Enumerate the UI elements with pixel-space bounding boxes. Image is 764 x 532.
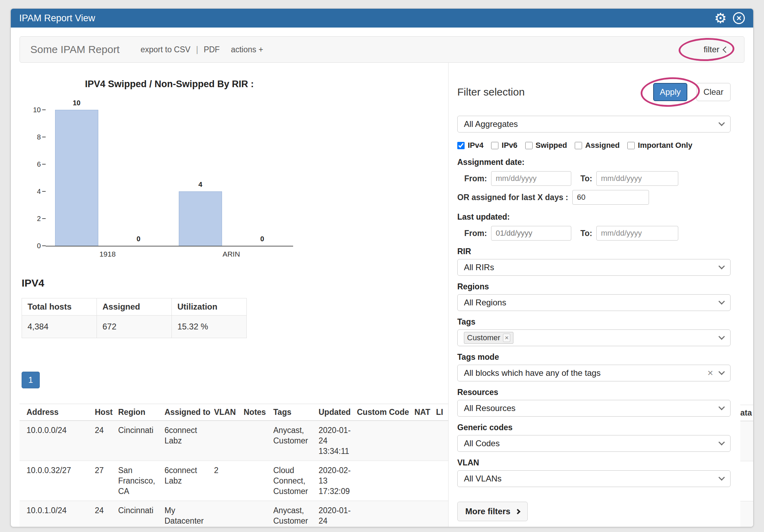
y-tick-label: 6 — [26, 160, 41, 168]
actions-menu[interactable]: actions + — [231, 45, 263, 54]
aggregates-select[interactable]: All Aggregates — [457, 116, 731, 132]
report-col-header[interactable]: Custom Code — [354, 404, 412, 421]
report-col-header[interactable]: Address — [20, 404, 92, 421]
table-row[interactable]: 10.0.0.32/2727San Francisco, CA6connect … — [20, 461, 471, 501]
window-titlebar: IPAM Report View ⚙ × — [11, 9, 753, 28]
vlan-group: VLAN All VLANs — [457, 458, 731, 487]
assigned-last-days-row: OR assigned for last X days : — [457, 190, 731, 205]
x-tick-label: ARIN — [207, 250, 256, 258]
rir-value: All RIRs — [464, 263, 494, 272]
checkbox-label: Assigned — [585, 141, 620, 150]
report-col-header[interactable]: Notes — [241, 404, 270, 421]
report-col-header[interactable]: Assigned to — [162, 404, 211, 421]
last-updated-to-input[interactable] — [596, 226, 678, 241]
report-col-header[interactable]: VLAN — [211, 404, 241, 421]
filter-toggle[interactable]: filter — [704, 45, 734, 54]
checkbox-important-only-input[interactable] — [627, 142, 635, 149]
checkbox-ipv6-input[interactable] — [491, 142, 498, 149]
table-overflow-row — [740, 501, 754, 527]
regions-group: Regions All Regions — [457, 282, 731, 311]
chevron-down-icon — [718, 404, 725, 410]
close-icon[interactable]: × — [733, 12, 745, 24]
gear-icon[interactable]: ⚙ — [714, 11, 727, 25]
chevron-down-icon — [718, 439, 725, 445]
y-tick-label: 0 — [26, 242, 41, 250]
tag-remove-icon[interactable]: × — [503, 334, 510, 342]
checkbox-ipv6[interactable]: IPv6 — [491, 141, 517, 150]
report-col-header[interactable]: NAT — [412, 404, 433, 421]
y-tick-mark — [42, 191, 46, 192]
window-title: IPAM Report View — [19, 13, 95, 24]
y-tick-label: 10 — [26, 106, 41, 114]
checkbox-assigned[interactable]: Assigned — [575, 141, 620, 150]
chart-bar — [55, 110, 98, 246]
resources-select[interactable]: All Resources — [457, 400, 731, 417]
assignment-from-input[interactable] — [491, 171, 571, 186]
assignment-to-input[interactable] — [596, 171, 678, 186]
report-col-header[interactable]: Region — [115, 404, 162, 421]
table-cell: Cloud Connect, Customer — [270, 461, 316, 501]
export-pdf-link[interactable]: PDF — [204, 45, 220, 54]
report-col-header[interactable]: Tags — [270, 404, 316, 421]
table-cell: Anycast, Customer — [270, 501, 316, 527]
tags-select[interactable]: Customer × — [457, 329, 731, 346]
y-tick-mark — [42, 164, 46, 165]
report-col-header[interactable]: Host — [92, 404, 115, 421]
generic-codes-label: Generic codes — [457, 423, 731, 432]
report-col-header[interactable]: Updated — [316, 404, 354, 421]
y-tick-label: 4 — [26, 188, 41, 196]
table-cell — [412, 461, 433, 501]
checkbox-important-only[interactable]: Important Only — [627, 141, 692, 150]
chart-plot: 0246810100191840ARIN — [46, 110, 293, 246]
more-filters-button[interactable]: More filters — [457, 502, 528, 521]
table-row[interactable]: 10.0.1.0/2424CincinnatiMy DatacenterAnyc… — [20, 501, 471, 527]
y-tick-mark — [42, 245, 46, 246]
vlan-value: All VLANs — [464, 474, 502, 484]
bar-value-label: 0 — [124, 235, 152, 243]
clear-selection-icon[interactable]: × — [708, 368, 713, 378]
chevron-down-icon — [718, 333, 725, 340]
tags-mode-select[interactable]: All blocks which have any of the tags × — [457, 365, 731, 381]
regions-label: Regions — [457, 282, 731, 291]
table-cell: San Francisco, CA — [115, 461, 162, 501]
apply-button[interactable]: Apply — [653, 83, 687, 101]
last-updated-from-input[interactable] — [491, 226, 571, 241]
table-cell: Cincinnati — [115, 421, 162, 461]
vlan-label: VLAN — [457, 458, 731, 468]
vlan-select[interactable]: All VLANs — [457, 470, 731, 487]
clear-button[interactable]: Clear — [696, 83, 731, 101]
checkbox-swipped[interactable]: Swipped — [525, 141, 567, 150]
y-tick-mark — [42, 218, 46, 219]
export-csv-link[interactable]: export to CSV — [140, 45, 190, 54]
table-cell — [241, 501, 270, 527]
regions-select[interactable]: All Regions — [457, 294, 731, 311]
table-overflow-sliver: ata — [740, 405, 754, 527]
bar-value-label: 0 — [248, 235, 276, 243]
summary-col-header: Utilization — [172, 298, 247, 316]
summary-cell: 4,384 — [22, 316, 97, 338]
checkbox-assigned-input[interactable] — [575, 142, 582, 149]
titlebar-icons: ⚙ × — [714, 11, 745, 25]
chevron-left-icon — [723, 46, 729, 53]
checkbox-ipv4-input[interactable] — [457, 142, 465, 149]
chevron-down-icon — [718, 298, 725, 304]
table-cell — [241, 461, 270, 501]
ipam-report-window: IPAM Report View ⚙ × Some IPAM Report ex… — [10, 8, 754, 527]
bar-value-label: 4 — [186, 181, 214, 189]
assigned-last-days-input[interactable] — [572, 190, 649, 205]
checkbox-ipv4[interactable]: IPv4 — [457, 141, 483, 150]
more-filters-label: More filters — [465, 507, 510, 516]
table-row[interactable]: 10.0.0.0/2424Cincinnati6connect LabzAnyc… — [20, 421, 471, 461]
bar-value-label: 10 — [63, 99, 91, 107]
summary-cell: 672 — [97, 316, 172, 338]
table-overflow-row — [740, 461, 754, 501]
checkbox-swipped-input[interactable] — [525, 142, 533, 149]
rir-select[interactable]: All RIRs — [457, 259, 731, 276]
report-toolbar: Some IPAM Report export to CSV | PDF act… — [20, 36, 744, 63]
table-cell: 2 — [211, 461, 241, 501]
summary-row: 4,38467215.32 % — [22, 316, 247, 338]
page-button-1[interactable]: 1 — [22, 372, 40, 388]
table-cell: 2020-01-24 13:33:59 — [316, 501, 354, 527]
generic-codes-select[interactable]: All Codes — [457, 435, 731, 452]
table-cell — [211, 421, 241, 461]
